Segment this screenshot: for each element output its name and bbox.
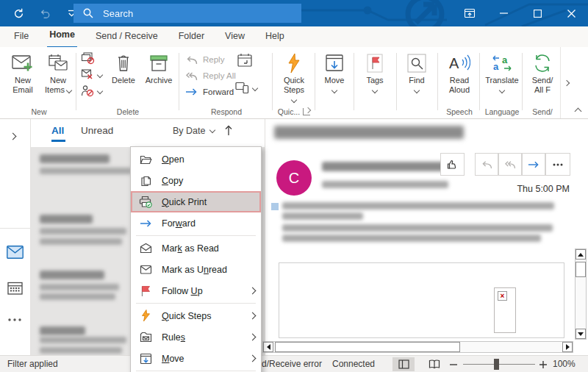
blurred-info-text — [282, 224, 553, 232]
ribbon-group-speech: A Read Aloud Speech — [440, 47, 478, 118]
more-actions-button[interactable] — [545, 153, 570, 176]
menu-item-mark-as-read[interactable]: Mark as Read — [131, 237, 261, 259]
group-separator — [522, 53, 523, 110]
forward-button-pane[interactable] — [522, 153, 545, 176]
junk-button[interactable] — [81, 82, 102, 99]
translate-icon: a a — [492, 51, 512, 76]
blurred-info-text — [282, 202, 554, 210]
ignore-button[interactable] — [81, 50, 102, 66]
like-button[interactable] — [440, 153, 465, 176]
scroll-left-button[interactable] — [263, 342, 273, 352]
reply-button-pane[interactable] — [475, 153, 498, 176]
menu-item-move[interactable]: Move — [131, 348, 261, 369]
chevron-up-icon — [574, 108, 581, 115]
menu-item-quick-steps[interactable]: Quick Steps — [131, 305, 261, 326]
reply-all-button[interactable]: Reply All — [185, 68, 236, 84]
quick-steps-button[interactable]: Quick Steps — [276, 51, 312, 104]
menu-item-label: Mark as Unread — [162, 265, 227, 275]
send-receive-all-button[interactable]: Send/All F — [526, 51, 559, 95]
close-button[interactable] — [554, 0, 588, 26]
normal-view-button[interactable] — [392, 357, 415, 371]
group-label-new: New — [3, 107, 75, 116]
tags-icon — [367, 51, 383, 76]
tab-home[interactable]: Home — [47, 26, 77, 49]
menu-separator — [136, 371, 256, 371]
send-receive-status[interactable]: d/Receive error — [262, 359, 322, 369]
submenu-chevron-icon — [249, 312, 257, 320]
sort-by-dropdown[interactable]: By Date — [173, 126, 215, 136]
reply-label: Reply — [203, 55, 224, 64]
menu-item-open[interactable]: Open — [131, 149, 261, 170]
tab-send-receive[interactable]: Send / Receive — [93, 26, 160, 47]
zoom-in-button[interactable] — [538, 357, 548, 371]
filter-status: Filter applied — [7, 359, 58, 369]
blurred-sender — [40, 271, 104, 279]
search-input[interactable] — [101, 7, 273, 20]
tab-view[interactable]: View — [223, 26, 247, 47]
expand-folder-pane-button[interactable] — [10, 131, 15, 141]
reply-button[interactable]: Reply — [185, 51, 236, 68]
tags-button[interactable]: Tags — [358, 51, 392, 95]
vertical-scroll-thumb[interactable] — [576, 262, 586, 277]
horizontal-scroll-thumb[interactable] — [275, 342, 460, 352]
sort-by-label: By Date — [173, 126, 205, 136]
clean-up-button[interactable] — [81, 66, 102, 82]
menu-item-follow-up[interactable]: Follow Up — [131, 280, 261, 301]
tab-folder[interactable]: Folder — [176, 26, 207, 47]
menu-item-rules[interactable]: Rules — [131, 326, 261, 348]
filter-tab-all[interactable]: All — [51, 125, 64, 136]
maximize-button[interactable] — [520, 0, 554, 26]
collapse-ribbon-button[interactable] — [572, 105, 584, 115]
minimize-button[interactable] — [487, 0, 520, 26]
menu-separator — [136, 235, 256, 236]
blurred-subject — [40, 337, 126, 343]
dialog-launcher-icon[interactable] — [303, 108, 310, 115]
ribbon-display-options-icon[interactable] — [453, 0, 487, 26]
reply-all-button-pane[interactable] — [498, 153, 522, 176]
zoom-level[interactable]: 100% — [553, 359, 576, 369]
filter-tab-unread[interactable]: Unread — [81, 125, 113, 136]
read-aloud-button[interactable]: A Read Aloud — [441, 51, 478, 95]
menu-item-quick-print[interactable]: Quick Print — [131, 191, 261, 212]
nav-calendar-icon[interactable] — [7, 281, 23, 295]
forward-button[interactable]: Forward — [185, 84, 236, 100]
zoom-slider-thumb[interactable] — [494, 359, 499, 370]
menu-item-label: Follow Up — [162, 286, 203, 296]
nav-more-apps-icon[interactable] — [7, 318, 22, 322]
submenu-chevron-icon — [249, 334, 257, 341]
meeting-button[interactable] — [237, 53, 253, 68]
tab-help[interactable]: Help — [263, 26, 287, 47]
zoom-out-button[interactable] — [448, 357, 459, 371]
translate-label: Translate — [485, 76, 518, 95]
search-box[interactable] — [74, 4, 301, 23]
ribbon-scroll-right-button[interactable] — [560, 47, 572, 118]
menu-item-forward[interactable]: Forward — [131, 212, 261, 234]
scroll-down-button[interactable] — [576, 329, 586, 339]
new-items-button[interactable]: New Items — [41, 51, 75, 95]
horizontal-scrollbar[interactable] — [262, 341, 573, 353]
follow-up-icon — [139, 285, 152, 297]
tab-file[interactable]: File — [12, 26, 31, 47]
menu-item-mark-as-unread[interactable]: Mark as Unread — [131, 259, 261, 280]
move-button[interactable]: Move — [318, 51, 351, 95]
more-respond-actions-button[interactable] — [235, 79, 257, 96]
nav-mail-icon[interactable] — [7, 246, 24, 259]
blurred-subject-title — [274, 126, 464, 139]
zoom-slider-track[interactable] — [463, 364, 535, 365]
sender-avatar[interactable]: C — [276, 160, 312, 196]
sort-direction-button[interactable] — [224, 125, 233, 136]
undo-icon[interactable] — [35, 2, 54, 24]
vertical-scrollbar[interactable] — [575, 248, 587, 340]
delete-button[interactable]: Delete — [106, 51, 141, 85]
menu-item-label: Forward — [162, 218, 196, 229]
menu-item-copy[interactable]: Copy — [131, 170, 261, 191]
sync-icon[interactable] — [9, 2, 28, 24]
archive-button[interactable]: Archive — [141, 51, 176, 85]
status-bar: Filter applied d/Receive error Connected… — [0, 355, 588, 372]
scroll-up-button[interactable] — [576, 249, 586, 260]
new-email-button[interactable]: New Email — [6, 51, 40, 95]
scroll-right-button[interactable] — [562, 342, 573, 352]
translate-button[interactable]: a a Translate — [484, 51, 520, 95]
reading-view-button[interactable] — [423, 357, 445, 371]
find-button[interactable]: Find — [400, 51, 434, 95]
